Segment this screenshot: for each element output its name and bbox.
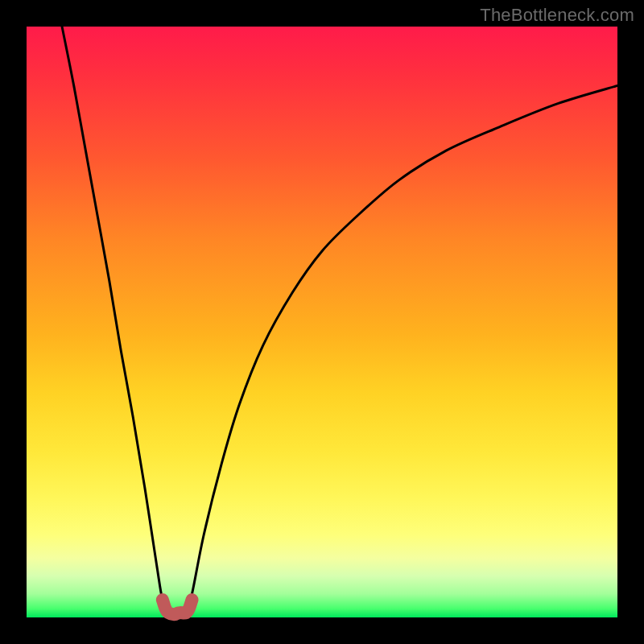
right-branch-curve: [186, 85, 617, 611]
outer-frame: TheBottleneck.com: [0, 0, 644, 644]
nub-curve: [163, 600, 192, 614]
attribution-text: TheBottleneck.com: [480, 5, 634, 26]
curves-svg: [27, 27, 617, 617]
left-branch-curve: [62, 27, 168, 612]
plot-area: [27, 27, 617, 617]
